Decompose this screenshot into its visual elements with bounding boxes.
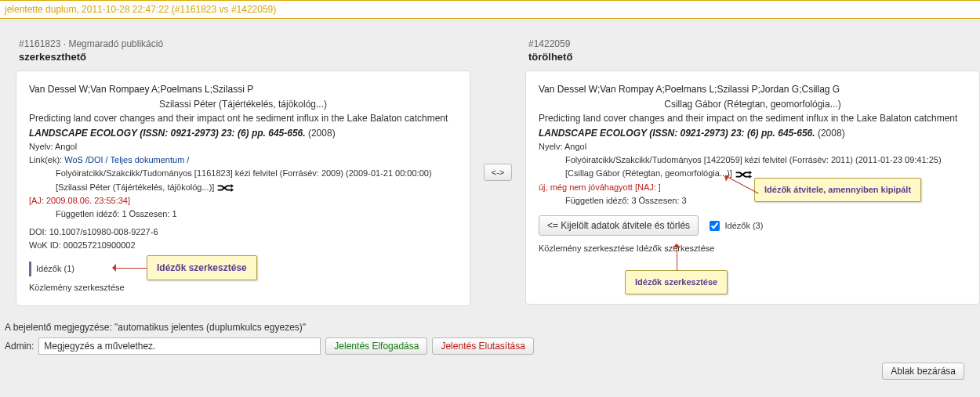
footer: A bejelentő megjegyzése: "automatikus je…: [0, 314, 980, 395]
left-title: Predicting land cover changes and their …: [29, 111, 457, 126]
right-editor: Csillag Gábor (Rétegtan, geomorfológia..…: [539, 97, 967, 112]
left-header: #1161823 · Megmaradó publikáció szerkesz…: [16, 38, 470, 70]
left-journal: LANDSCAPE ECOLOGY (ISSN: 0921-2973) 23: …: [29, 126, 457, 141]
citers-cb-label: Idézők (3): [724, 221, 763, 230]
left-wok: WoK ID: 000257210900002: [29, 239, 457, 252]
vol-issue: 23: (6): [221, 128, 249, 139]
pages: pp. 645-656.: [252, 128, 306, 139]
right-status: törölhető: [528, 51, 977, 63]
left-aj: [AJ: 2009.08.06. 23:55:34]: [29, 194, 457, 208]
admin-label: Admin:: [5, 341, 34, 352]
right-authors: Van Dessel W;Van Rompay A;Poelmans L;Szi…: [539, 82, 967, 97]
left-cites: Független idéző: 1 Összesen: 1: [56, 208, 457, 221]
callout-left: Idézők szerkesztése: [147, 255, 257, 281]
left-doi: DOI: 10.1007/s10980-008-9227-6: [29, 226, 457, 239]
callout-right-top: Idézők átvitele, amennyiben kipipált: [754, 178, 921, 202]
links-items: WoS /DOI / Teljes dokumentum /: [64, 155, 189, 164]
journal-name: LANDSCAPE ECOLOGY (ISSN: 0921-2973): [539, 128, 728, 139]
duplicate-banner: jelentette duplum, 2011-10-28 22:47:22 (…: [0, 0, 980, 19]
comparison-panels: #1161823 · Megmaradó publikáció szerkesz…: [0, 19, 980, 314]
transfer-button[interactable]: <= Kijelölt adatok átvitele és törlés: [539, 215, 699, 236]
left-editor: Szilassi Péter (Tájértékelés, tájökológ.…: [29, 97, 457, 112]
swap-column: <->: [482, 164, 514, 181]
right-pub-id: #1422059: [528, 38, 977, 49]
right-edit-links[interactable]: Közlemény szerkesztése Idézők szerkeszté…: [539, 242, 967, 255]
shuffle-icon: [735, 169, 752, 180]
right-header: #1422059 törölhető: [525, 38, 980, 70]
left-pub-id: #1161823 · Megmaradó publikáció: [19, 38, 467, 49]
callout-right-bottom: Idézők szerkesztése: [625, 270, 728, 294]
vol-issue: 23: (6): [731, 128, 758, 139]
reject-button[interactable]: Jelentés Elutasítása: [432, 337, 533, 355]
svg-marker-2: [749, 170, 751, 174]
accept-button[interactable]: Jelentés Elfogadása: [325, 337, 427, 355]
right-title: Predicting land cover changes and their …: [539, 111, 967, 126]
left-citers-link[interactable]: Idézők (1): [29, 262, 79, 276]
close-window-button[interactable]: Ablak bezárása: [882, 363, 964, 380]
left-bracket: [Szilassi Péter (Tájértékelés, tájökológ…: [56, 181, 457, 194]
admin-comment-input[interactable]: [38, 337, 321, 355]
left-classif: Folyóiratcikk/Szakcikk/Tudományos [11618…: [56, 167, 457, 180]
left-authors: Van Dessel W;Van Rompaey A;Poelmans L;Sz…: [29, 82, 457, 97]
left-status: szerkeszthető: [19, 51, 467, 63]
right-warn: új, még nem jóváhagyott [NAJ: ] Idézők á…: [539, 181, 967, 194]
right-panel: #1422059 törölhető Van Dessel W;Van Romp…: [525, 38, 980, 305]
year: (2008): [818, 128, 845, 139]
left-nyelv: Nyelv: Angol: [29, 140, 457, 153]
right-body: Van Dessel W;Van Rompay A;Poelmans L;Szi…: [525, 70, 980, 305]
journal-name: LANDSCAPE ECOLOGY (ISSN: 0921-2973): [29, 128, 219, 139]
transfer-row: <= Kijelölt adatok átvitele és törlés Id…: [539, 215, 967, 236]
svg-marker-1: [231, 188, 234, 192]
reporter-note: A bejelentő megjegyzése: "automatikus je…: [0, 319, 980, 336]
close-row: Ablak bezárása: [0, 356, 980, 389]
left-panel: #1161823 · Megmaradó publikáció szerkesz…: [16, 38, 470, 306]
left-edit-pub[interactable]: Közlemény szerkesztése: [29, 281, 457, 294]
year: (2008): [308, 128, 336, 139]
citers-checkbox[interactable]: [710, 221, 720, 231]
links-label: Link(ek):: [29, 155, 62, 164]
swap-button[interactable]: <->: [484, 164, 512, 181]
left-body: Van Dessel W;Van Rompaey A;Poelmans L;Sz…: [16, 70, 470, 306]
svg-marker-0: [231, 184, 234, 188]
right-journal: LANDSCAPE ECOLOGY (ISSN: 0921-2973) 23: …: [539, 126, 967, 141]
shuffle-icon: [216, 182, 234, 193]
pages: pp. 645-656.: [761, 128, 815, 139]
admin-row: Admin: Jelentés Elfogadása Jelentés Elut…: [0, 336, 980, 356]
right-classif: Folyóiratcikk/Szakcikk/Tudományos [14220…: [565, 153, 967, 167]
svg-marker-3: [749, 175, 751, 179]
left-links: Link(ek): WoS /DOI / Teljes dokumentum /: [29, 153, 457, 167]
right-nyelv: Nyelv: Angol: [539, 140, 967, 153]
